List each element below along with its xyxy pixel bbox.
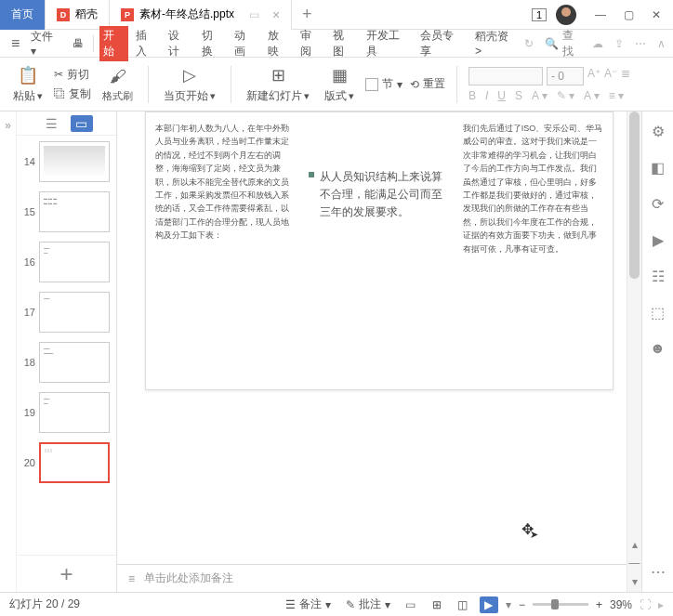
font-color-button[interactable]: A ▾ — [584, 89, 600, 102]
thumbnail-view-icon[interactable]: ▭ — [71, 115, 93, 132]
outline-view-icon[interactable]: ☰ — [41, 115, 63, 132]
user-avatar[interactable] — [556, 5, 576, 25]
notes-placeholder[interactable]: 单击此处添加备注 — [144, 570, 233, 586]
increase-font-icon[interactable]: A⁺ — [587, 67, 600, 85]
view-normal-icon[interactable]: ▭ — [402, 596, 420, 613]
thumb-14[interactable] — [39, 141, 110, 182]
tab-home[interactable]: 首页 — [0, 0, 46, 30]
sidepane-layout-icon[interactable]: ☷ — [652, 268, 665, 285]
section-icon — [365, 78, 378, 91]
strike-button[interactable]: S — [515, 89, 522, 102]
sidepane-object-icon[interactable]: ⬚ — [651, 304, 665, 321]
zoom-slider[interactable] — [533, 603, 588, 606]
view-slideshow-icon[interactable]: ▶ — [480, 596, 498, 613]
menu-insert[interactable]: 插入 — [132, 26, 161, 61]
zoom-in-button[interactable]: + — [596, 598, 602, 611]
align-button[interactable]: ≡ ▾ — [609, 89, 624, 102]
add-tab-button[interactable]: + — [292, 5, 322, 24]
thumbnail-list[interactable]: 14 15▬ ▬ ▬▬ ▬ ▬ 16━━━━━ 17━━━ 18━━━━━━━━… — [17, 136, 116, 555]
menu-design[interactable]: 设计 — [165, 26, 193, 61]
slide-text-mid: 从人员知识结构上来说算不合理，能满足公司而至三年的发展要求。 — [309, 122, 449, 380]
cloud-icon[interactable]: ☁ — [592, 37, 603, 50]
new-slide-button[interactable]: ⊞ 新建幻灯片 ▾ — [243, 64, 313, 104]
notes-handle-icon[interactable]: ≡ — [128, 572, 135, 585]
thumb-20[interactable]: ▯ ▯ ▯ — [39, 442, 110, 483]
search-button[interactable]: 🔍 查找 — [545, 28, 581, 59]
comments-toggle[interactable]: ✎ 批注 ▾ — [342, 596, 394, 612]
menu-animation[interactable]: 动画 — [231, 26, 259, 61]
notes-toggle[interactable]: ☰ 备注 ▾ — [282, 596, 335, 612]
underline-button[interactable]: U — [497, 89, 506, 102]
share-icon[interactable]: ⇪ — [614, 37, 624, 50]
thumb-16[interactable]: ━━━━━ — [39, 242, 110, 282]
cut-button[interactable]: ✂剪切 — [54, 67, 91, 83]
vertical-scrollbar[interactable]: ▴ — ▾ — [627, 111, 641, 592]
menu-print-icon[interactable]: 🖶 — [69, 35, 87, 52]
maximize-button[interactable]: ▢ — [615, 2, 641, 28]
font-select[interactable] — [468, 67, 543, 85]
zoom-out-button[interactable]: − — [519, 598, 525, 611]
fit-window-icon[interactable]: ⛶ — [640, 598, 651, 611]
scrollbar-thumb[interactable] — [629, 111, 640, 279]
menu-review[interactable]: 审阅 — [297, 26, 325, 61]
font-fx-button[interactable]: A ▾ — [532, 89, 548, 102]
status-more-icon[interactable]: ▸ — [658, 598, 664, 611]
menu-hamburger-icon[interactable]: ≡ — [7, 33, 23, 54]
thumb-15[interactable]: ▬ ▬ ▬▬ ▬ ▬ — [39, 191, 110, 232]
sidepane-more-icon[interactable]: ⋯ — [651, 563, 666, 581]
sidepane-settings-icon[interactable]: ⚙ — [652, 123, 665, 140]
close-tab-icon[interactable]: × — [272, 7, 280, 22]
minimize-button[interactable]: — — [587, 2, 614, 28]
zoom-slider-thumb[interactable] — [551, 599, 559, 609]
tab-menu-icon[interactable]: ▭ — [249, 8, 259, 21]
scroll-next-icon[interactable]: ▾ — [632, 575, 638, 588]
sidepane-media-icon[interactable]: ☻ — [650, 340, 666, 357]
slide-canvas-area[interactable]: 本部门年初人数为八人，在年中外勤人员与业务离职，经当时工作量末定的情况，经过不到… — [117, 111, 641, 592]
menu-member[interactable]: 会员专享 — [416, 26, 468, 61]
window-count-badge[interactable]: 1 — [532, 8, 547, 21]
decrease-font-icon[interactable]: A⁻ — [604, 67, 617, 85]
bold-button[interactable]: B — [468, 89, 476, 102]
brush-icon: 🖌 — [107, 65, 129, 87]
menu-devtools[interactable]: 开发工具 — [363, 26, 414, 61]
menu-refresh-icon[interactable]: ↻ — [524, 37, 534, 50]
view-sorter-icon[interactable]: ⊞ — [428, 596, 446, 613]
format-painter-button[interactable]: 🖌 格式刷 — [99, 65, 137, 103]
sidepane-transition-icon[interactable]: ▶ — [653, 231, 664, 249]
slide-canvas[interactable]: 本部门年初人数为八人，在年中外勤人员与业务离职，经当时工作量末定的情况，经过不到… — [145, 111, 614, 390]
close-window-button[interactable]: ✕ — [643, 2, 669, 28]
bullet-icon — [309, 172, 314, 177]
zoom-value[interactable]: 39% — [610, 598, 632, 611]
sidepane-style-icon[interactable]: ◧ — [651, 159, 665, 177]
collapse-ribbon-icon[interactable]: ∧ — [657, 37, 666, 50]
reset-button[interactable]: ⟲重置 — [410, 76, 445, 92]
scissors-icon: ✂ — [54, 68, 63, 81]
fontsize-select[interactable]: - 0 — [547, 67, 584, 85]
copy-button[interactable]: ⿻复制 — [54, 86, 91, 102]
menu-daoke-res[interactable]: 稻壳资 > — [471, 27, 521, 59]
paste-icon: 📋 — [17, 64, 39, 86]
sidepane-animation-icon[interactable]: ⟳ — [652, 195, 664, 213]
italic-button[interactable]: I — [485, 89, 488, 102]
menu-view[interactable]: 视图 — [329, 26, 358, 61]
thumb-19[interactable]: ━━━━━ — [39, 392, 110, 433]
menu-transition[interactable]: 切换 — [198, 26, 227, 61]
menu-file[interactable]: 文件 ▾ — [27, 27, 64, 59]
more-icon[interactable]: ⋯ — [635, 37, 646, 50]
scroll-sep-icon: — — [629, 557, 640, 570]
view-reading-icon[interactable]: ◫ — [454, 596, 472, 613]
add-slide-button[interactable]: + — [17, 555, 116, 592]
section-button[interactable]: 节 ▾ — [365, 76, 402, 92]
thumb-18[interactable]: ━━━━━━━━ — [39, 342, 110, 383]
from-current-button[interactable]: ▷ 当页开始 ▾ — [160, 64, 219, 104]
slide-text-left: 本部门年初人数为八人，在年中外勤人员与业务离职，经当时工作量末定的情况，经过不到… — [155, 122, 296, 380]
scroll-prev-icon[interactable]: ▴ — [632, 538, 638, 551]
menu-start[interactable]: 开始 — [99, 26, 128, 61]
layout-button[interactable]: ▦ 版式 ▾ — [321, 64, 358, 104]
menu-slideshow[interactable]: 放映 — [264, 26, 293, 61]
paste-button[interactable]: 📋 粘贴 ▾ — [9, 64, 46, 104]
highlight-button[interactable]: ✎ ▾ — [557, 89, 574, 102]
list-icon[interactable]: ≣ — [621, 67, 630, 85]
thumb-17[interactable]: ━━━ — [39, 292, 110, 333]
expand-left-icon[interactable]: » — [5, 119, 11, 132]
